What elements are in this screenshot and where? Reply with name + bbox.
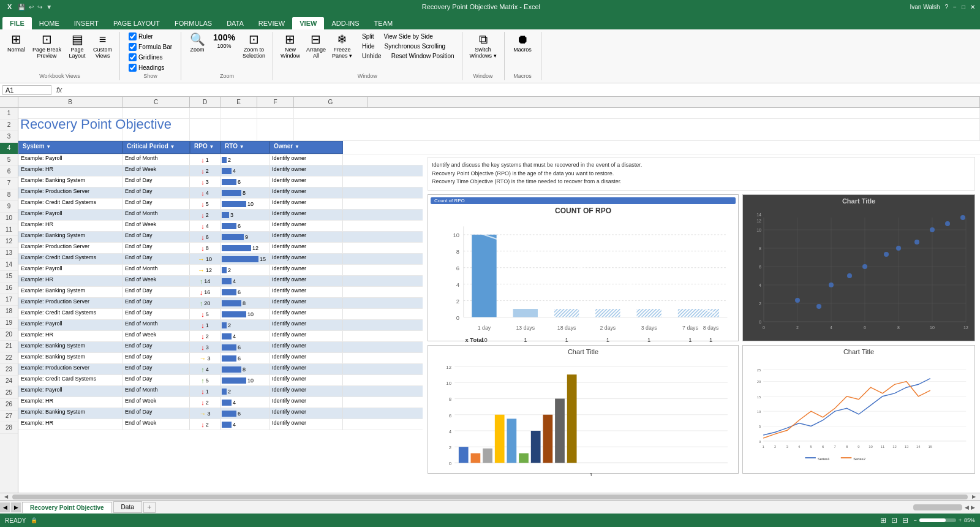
cell-owner[interactable]: Identify owner [270, 298, 343, 308]
cell-system[interactable]: Example: HR [18, 397, 123, 408]
cell-period[interactable]: End of Week [123, 165, 190, 176]
cell-system[interactable]: Example: Payroll [18, 386, 123, 396]
cell-owner[interactable]: Identify owner [270, 353, 343, 363]
cell-1-f[interactable] [257, 108, 294, 118]
th-system[interactable]: System ▼ [18, 141, 123, 154]
tab-formulas[interactable]: FORMULAS [167, 17, 219, 29]
cell-period[interactable]: End of Day [123, 364, 190, 374]
cell-owner[interactable]: Identify owner [270, 320, 343, 330]
btn-normal[interactable]: ⊞ Normal [5, 32, 28, 54]
cell-owner[interactable]: Identify owner [270, 331, 343, 341]
cell-owner[interactable]: Identify owner [270, 154, 343, 165]
cell-system[interactable]: Example: Credit Card Systems [18, 375, 123, 385]
cell-1-d[interactable] [190, 108, 221, 118]
cell-period[interactable]: End of Month [123, 320, 190, 330]
cell-owner[interactable]: Identify owner [270, 375, 343, 385]
cell-system[interactable]: Example: Banking System [18, 353, 123, 363]
cell-rpo[interactable]: ↓4 [190, 188, 221, 198]
cell-period[interactable]: End of Month [123, 154, 190, 165]
cell-rpo[interactable]: ↓3 [190, 342, 221, 352]
cell-rpo[interactable]: →12 [190, 265, 221, 275]
zoom-slider[interactable] [919, 518, 956, 522]
cell-system[interactable]: Example: Banking System [18, 287, 123, 297]
scroll-right[interactable]: ▶ [968, 494, 980, 499]
view-page-layout-icon[interactable]: ⊡ [891, 516, 897, 525]
scroll-track[interactable] [12, 495, 968, 499]
cell-rpo[interactable]: ↓1 [190, 386, 221, 396]
cell-owner[interactable]: Identify owner [270, 243, 343, 253]
close-btn[interactable]: ✕ [970, 4, 975, 10]
cell-system[interactable]: Example: HR [18, 419, 123, 430]
cell-period[interactable]: End of Month [123, 265, 190, 275]
cell-rpo[interactable]: ↓2 [190, 165, 221, 176]
th-period[interactable]: Critical Period ▼ [123, 141, 190, 154]
cell-owner[interactable]: Identify owner [270, 232, 343, 242]
cb-ruler[interactable]: Ruler [126, 32, 156, 41]
btn-unhide[interactable]: Unhide [360, 51, 384, 61]
th-rpo[interactable]: RPO ▼ [190, 141, 221, 154]
cell-owner[interactable]: Identify owner [270, 309, 343, 319]
cell-rto[interactable]: 10 [221, 309, 270, 319]
cell-period[interactable]: End of Day [123, 342, 190, 352]
cell-period[interactable]: End of Month [123, 386, 190, 396]
quick-access-undo[interactable]: ↩ [29, 4, 34, 10]
add-sheet-btn[interactable]: + [143, 502, 156, 513]
cell-owner[interactable]: Identify owner [270, 265, 343, 275]
cell-period[interactable]: End of Day [123, 298, 190, 308]
h-scroll-bar[interactable] [913, 504, 962, 510]
bar-chart-2[interactable]: Chart Title [428, 345, 739, 474]
cell-system[interactable]: Example: Banking System [18, 408, 123, 419]
cell-rto[interactable]: 6 [221, 342, 270, 352]
cell-title[interactable]: Recovery Point Objective [18, 119, 123, 140]
cell-system[interactable]: Example: Credit Card Systems [18, 199, 123, 209]
ruler-checkbox[interactable] [129, 32, 137, 40]
cell-rpo[interactable]: →10 [190, 254, 221, 264]
cell-rpo[interactable]: →3 [190, 408, 221, 419]
cell-rto[interactable]: 4 [221, 276, 270, 286]
cell-rto[interactable]: 12 [221, 243, 270, 253]
cell-system[interactable]: Example: HR [18, 276, 123, 286]
th-rto[interactable]: RTO ▼ [221, 141, 270, 154]
cell-rto[interactable]: 8 [221, 364, 270, 374]
cell-system[interactable]: Example: Production Server [18, 243, 123, 253]
gridlines-checkbox[interactable] [129, 53, 137, 61]
cell-rpo[interactable]: ↓3 [190, 176, 221, 187]
cell-rto[interactable]: 6 [221, 287, 270, 297]
btn-page-break[interactable]: ⊡ Page BreakPreview [30, 32, 64, 60]
tab-page-layout[interactable]: PAGE LAYOUT [106, 17, 167, 29]
btn-zoom-selection[interactable]: ⊡ Zoom toSelection [240, 32, 268, 60]
btn-freeze-panes[interactable]: ❄ FreezePanes ▾ [330, 32, 355, 60]
tab-insert[interactable]: INSERT [67, 17, 106, 29]
cell-period[interactable]: End of Day [123, 309, 190, 319]
formula-input[interactable] [67, 86, 978, 94]
cell-owner[interactable]: Identify owner [270, 254, 343, 264]
cell-period[interactable]: End of Week [123, 419, 190, 430]
cell-system[interactable]: Example: Payroll [18, 154, 123, 165]
cell-rpo[interactable]: ↓2 [190, 419, 221, 430]
cell-rto[interactable]: 9 [221, 232, 270, 242]
sheet-scroll-right[interactable]: ▶ [11, 502, 21, 512]
quick-access-save[interactable]: 💾 [18, 4, 25, 10]
cell-owner[interactable]: Identify owner [270, 408, 343, 419]
btn-zoom[interactable]: 🔍 Zoom [186, 32, 208, 54]
cell-owner[interactable]: Identify owner [270, 342, 343, 352]
cell-system[interactable]: Example: Production Server [18, 298, 123, 308]
cell-period[interactable]: End of Week [123, 331, 190, 341]
sheet-scroll-left[interactable]: ◀ [0, 502, 10, 512]
cell-owner[interactable]: Identify owner [270, 199, 343, 209]
cell-rto[interactable]: 2 [221, 386, 270, 396]
btn-view-side-by-side[interactable]: View Side by Side [381, 32, 435, 41]
cell-2-rest[interactable] [294, 119, 980, 140]
cell-rto[interactable]: 10 [221, 375, 270, 385]
cell-rto[interactable]: 3 [221, 210, 270, 220]
cell-rto[interactable]: 15 [221, 254, 270, 264]
cell-system[interactable]: Example: Production Server [18, 188, 123, 198]
btn-custom-views[interactable]: ≡ CustomViews [91, 32, 115, 60]
cell-period[interactable]: End of Day [123, 254, 190, 264]
btn-hide[interactable]: Hide [360, 42, 377, 51]
cell-rpo[interactable]: ↓5 [190, 309, 221, 319]
cell-rpo[interactable]: ↑14 [190, 276, 221, 286]
cell-rto[interactable]: 4 [221, 331, 270, 341]
btn-switch-windows[interactable]: ⧉ SwitchWindows ▾ [467, 32, 499, 60]
cell-rto[interactable]: 4 [221, 419, 270, 430]
